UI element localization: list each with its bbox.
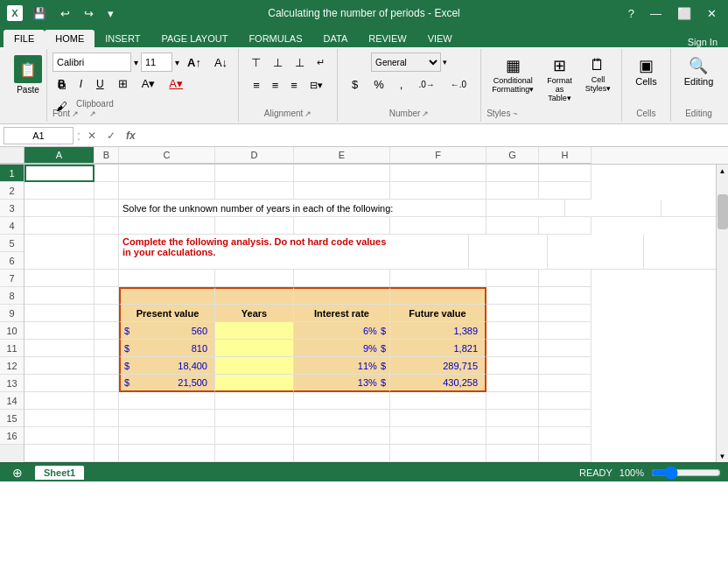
- cell-e1[interactable]: [294, 165, 390, 182]
- cell-c16[interactable]: [119, 445, 215, 462]
- row-header-13[interactable]: 13: [0, 375, 24, 392]
- number-format-dropdown[interactable]: ▾: [443, 58, 447, 67]
- border-button[interactable]: ⊞: [113, 74, 133, 93]
- cell-h2[interactable]: [539, 182, 592, 200]
- align-left-button[interactable]: ≡: [248, 75, 265, 95]
- row-header-10[interactable]: 10: [0, 322, 24, 340]
- alignment-expand[interactable]: ↗: [304, 109, 312, 118]
- cell-f3[interactable]: [662, 200, 716, 217]
- cell-h10[interactable]: [539, 340, 592, 357]
- cell-g9[interactable]: [486, 322, 539, 340]
- cell-f15[interactable]: [390, 427, 486, 445]
- col-header-d[interactable]: D: [215, 147, 294, 164]
- cell-g14[interactable]: [486, 410, 539, 427]
- row-header-7[interactable]: 7: [0, 270, 24, 287]
- cell-h12[interactable]: [539, 375, 592, 392]
- cell-g12[interactable]: [486, 375, 539, 392]
- cell-g13[interactable]: [486, 392, 539, 410]
- cell-b9[interactable]: [94, 322, 119, 340]
- increase-decimal-button[interactable]: .0→: [411, 74, 441, 95]
- cell-d1[interactable]: [215, 165, 294, 182]
- col-header-c[interactable]: C: [119, 147, 215, 164]
- undo-button[interactable]: ↩: [56, 5, 74, 22]
- number-expand[interactable]: ↗: [422, 109, 429, 118]
- cell-g10[interactable]: [486, 340, 539, 357]
- cell-h9[interactable]: [539, 322, 592, 340]
- currency-button[interactable]: $: [345, 74, 365, 95]
- cell-a15[interactable]: [24, 427, 94, 445]
- cell-e13[interactable]: [294, 392, 390, 410]
- cell-f13[interactable]: [390, 392, 486, 410]
- cell-d10[interactable]: [215, 340, 294, 357]
- col-header-b[interactable]: B: [94, 147, 119, 164]
- comma-button[interactable]: ,: [393, 74, 410, 95]
- bold-button[interactable]: B: [52, 75, 71, 93]
- cell-d15[interactable]: [215, 427, 294, 445]
- cell-e10[interactable]: 9% $: [294, 340, 390, 357]
- help-button[interactable]: ?: [624, 5, 639, 22]
- cell-b7[interactable]: [94, 287, 119, 305]
- cell-g8[interactable]: [486, 305, 539, 322]
- cell-f16[interactable]: [390, 445, 486, 462]
- row-header-2[interactable]: 2: [0, 182, 24, 200]
- cell-a7[interactable]: [24, 287, 94, 305]
- cancel-formula-button[interactable]: ✕: [84, 128, 100, 144]
- quick-access-button[interactable]: ▾: [103, 5, 118, 22]
- cell-a4[interactable]: [24, 217, 94, 235]
- styles-expand[interactable]: ~: [513, 109, 517, 118]
- merge-cells-button[interactable]: ⊟▾: [304, 75, 328, 95]
- cell-b15[interactable]: [94, 427, 119, 445]
- cell-h16[interactable]: [539, 445, 592, 462]
- editing-button[interactable]: 🔍 Editing: [676, 53, 722, 90]
- tab-data[interactable]: DATA: [313, 30, 359, 47]
- fill-color-button[interactable]: A▾: [136, 74, 161, 93]
- font-size-input[interactable]: [141, 53, 172, 72]
- confirm-formula-button[interactable]: ✓: [103, 128, 119, 144]
- cell-e15[interactable]: [294, 427, 390, 445]
- cell-e4[interactable]: [294, 217, 390, 235]
- conditional-formatting-button[interactable]: ▦ ConditionalFormatting▾: [486, 53, 539, 106]
- scroll-down-button[interactable]: ▼: [717, 450, 728, 462]
- cell-b2[interactable]: [94, 182, 119, 200]
- cell-a12[interactable]: [24, 375, 94, 392]
- cell-f6[interactable]: [390, 270, 486, 287]
- cell-d4[interactable]: [215, 217, 294, 235]
- cell-a2[interactable]: [24, 182, 94, 200]
- cell-c5[interactable]: Complete the following analysis. Do not …: [119, 235, 469, 270]
- cell-c15[interactable]: [119, 427, 215, 445]
- cell-a10[interactable]: [24, 340, 94, 357]
- cell-c7[interactable]: [119, 287, 215, 305]
- cell-g16[interactable]: [486, 445, 539, 462]
- col-header-e[interactable]: E: [294, 147, 390, 164]
- percent-button[interactable]: %: [367, 74, 391, 95]
- redo-button[interactable]: ↪: [80, 5, 98, 22]
- cell-d8[interactable]: Years: [215, 305, 294, 322]
- cell-d9[interactable]: [215, 322, 294, 340]
- cell-a13[interactable]: [24, 392, 94, 410]
- cell-d12[interactable]: [215, 375, 294, 392]
- cell-c3[interactable]: Solve for the unknown number of years in…: [119, 200, 486, 217]
- cell-b16[interactable]: [94, 445, 119, 462]
- cell-b12[interactable]: [94, 375, 119, 392]
- cell-e6[interactable]: [294, 270, 390, 287]
- cell-h13[interactable]: [539, 392, 592, 410]
- cell-b5[interactable]: [94, 235, 119, 270]
- cell-d11[interactable]: [215, 357, 294, 375]
- cell-g4[interactable]: [486, 217, 539, 235]
- font-color-button[interactable]: A▾: [164, 74, 188, 93]
- cell-c12[interactable]: $ 21,500: [119, 375, 215, 392]
- cell-d3[interactable]: [486, 200, 565, 217]
- cell-h14[interactable]: [539, 410, 592, 427]
- row-header-9[interactable]: 9: [0, 305, 24, 322]
- scroll-thumb[interactable]: [718, 194, 728, 229]
- cell-e14[interactable]: [294, 410, 390, 427]
- row-header-1[interactable]: 1: [0, 165, 24, 182]
- cell-f10[interactable]: 1,821: [390, 340, 486, 357]
- cell-e2[interactable]: [294, 182, 390, 200]
- cell-d5[interactable]: [469, 235, 548, 270]
- cell-a16[interactable]: [24, 445, 94, 462]
- tab-review[interactable]: REVIEW: [358, 30, 416, 47]
- cell-g1[interactable]: [486, 165, 539, 182]
- name-box[interactable]: [4, 127, 74, 144]
- cell-a11[interactable]: [24, 357, 94, 375]
